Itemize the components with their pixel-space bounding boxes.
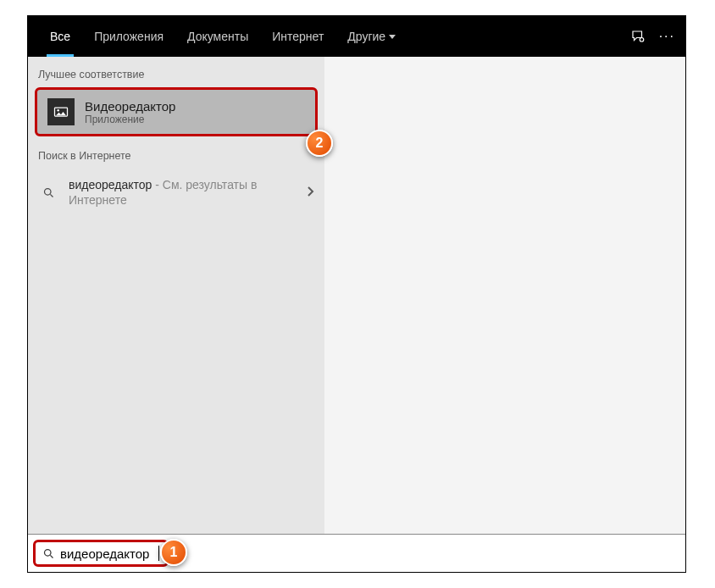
chevron-right-icon[interactable] <box>306 186 314 200</box>
svg-point-3 <box>44 188 51 195</box>
search-box[interactable] <box>33 540 169 567</box>
web-result-query: видеоредактор <box>69 178 152 191</box>
results-right-column <box>324 57 685 534</box>
svg-point-5 <box>45 549 52 556</box>
search-bar <box>28 534 685 572</box>
tab-documents[interactable]: Документы <box>175 16 260 57</box>
best-match-text: Видеоредактор Приложение <box>85 99 175 125</box>
best-match-subtitle: Приложение <box>85 114 175 125</box>
tab-all[interactable]: Все <box>38 16 82 57</box>
results-left-column: Лучшее соответствие Видеоредактор Прилож… <box>28 57 324 534</box>
svg-line-6 <box>50 555 53 557</box>
svg-line-4 <box>50 194 53 197</box>
feedback-icon[interactable] <box>630 29 646 44</box>
tab-other[interactable]: Другие <box>335 16 407 57</box>
annotation-callout-2: 2 <box>306 130 333 157</box>
tab-internet[interactable]: Интернет <box>260 16 335 57</box>
best-match-title: Видеоредактор <box>85 99 175 114</box>
search-icon <box>38 182 58 202</box>
svg-point-0 <box>640 38 644 42</box>
section-web-search-label: Поиск в Интернете <box>28 140 324 169</box>
top-right-controls: ··· <box>630 29 675 44</box>
search-panel: Все Приложения Документы Интернет Другие… <box>27 15 686 573</box>
web-result-text: видеоредактор - См. результаты в Интерне… <box>69 177 296 208</box>
chevron-down-icon <box>389 35 396 39</box>
results-area: Лучшее соответствие Видеоредактор Прилож… <box>28 57 685 534</box>
svg-point-2 <box>57 109 59 112</box>
tab-other-label: Другие <box>347 30 385 43</box>
more-options-button[interactable]: ··· <box>659 29 675 44</box>
filter-tabs-bar: Все Приложения Документы Интернет Другие… <box>28 16 685 57</box>
tabs-container: Все Приложения Документы Интернет Другие <box>38 16 407 57</box>
section-best-match-label: Лучшее соответствие <box>28 58 324 87</box>
best-match-result[interactable]: Видеоредактор Приложение <box>35 87 318 136</box>
search-icon <box>42 547 55 560</box>
search-input[interactable] <box>60 546 153 561</box>
annotation-callout-1: 1 <box>160 539 187 566</box>
tab-apps[interactable]: Приложения <box>82 16 175 57</box>
web-search-result[interactable]: видеоредактор - См. результаты в Интерне… <box>28 169 324 216</box>
video-editor-icon <box>47 98 75 125</box>
text-caret <box>158 546 159 561</box>
